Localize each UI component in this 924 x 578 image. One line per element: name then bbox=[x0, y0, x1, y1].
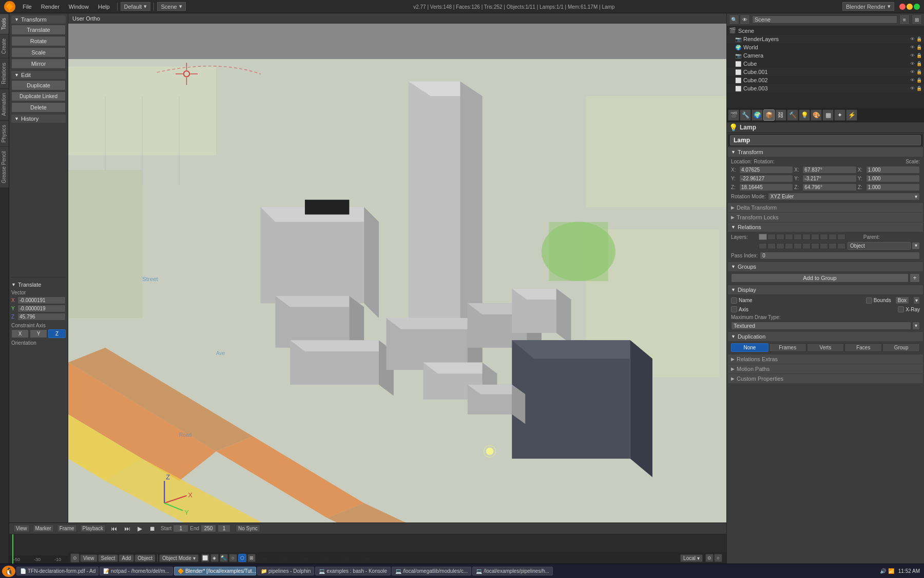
outliner-item-scene[interactable]: 🎬 Scene bbox=[727, 26, 924, 35]
rot-z-field[interactable]: 64.796° bbox=[802, 183, 856, 191]
outliner-item-camera[interactable]: 📷 Camera 👁 🔒 bbox=[727, 51, 924, 60]
layer-16[interactable] bbox=[802, 243, 811, 249]
layer-8[interactable] bbox=[820, 234, 828, 240]
scale-btn[interactable]: Scale bbox=[11, 47, 66, 58]
translate-x[interactable]: -0.0000191 bbox=[17, 296, 66, 304]
parent-btn[interactable]: ▾ bbox=[912, 242, 920, 250]
outliner-tab-2[interactable]: 👁 bbox=[740, 14, 750, 25]
xray-checkbox[interactable] bbox=[898, 306, 904, 312]
loc-x-field[interactable]: 4.07625 bbox=[739, 166, 793, 174]
dup-none-tab[interactable]: None bbox=[731, 343, 768, 352]
prop-tab-world[interactable]: 🌍 bbox=[752, 109, 763, 121]
mode-select[interactable]: Object Mode ▾ bbox=[159, 554, 199, 562]
edit-header[interactable]: ▼ Edit bbox=[11, 71, 66, 79]
scale-x-field[interactable]: 1.000 bbox=[866, 166, 920, 174]
taskbar-item-7[interactable]: 💻/local/examples/pipelines/h... bbox=[472, 567, 553, 575]
delete-btn[interactable]: Delete bbox=[11, 102, 66, 113]
scale-y-field[interactable]: 1.000 bbox=[866, 175, 920, 182]
layout-select[interactable]: Default ▾ bbox=[121, 2, 151, 11]
add-group-icon[interactable]: + bbox=[910, 273, 920, 283]
object-menu-btn[interactable]: Object bbox=[134, 554, 156, 562]
layer-20[interactable] bbox=[837, 243, 845, 249]
history-header[interactable]: ▼ History bbox=[11, 115, 66, 123]
custom-properties-header[interactable]: ▶ Custom Properties bbox=[728, 374, 923, 383]
loc-y-field[interactable]: -22.96127 bbox=[739, 175, 793, 182]
draw-type-select[interactable]: Textured bbox=[731, 322, 911, 330]
tab-physics[interactable]: Physics bbox=[0, 120, 9, 146]
tab-animation[interactable]: Animation bbox=[0, 88, 9, 120]
duplicate-btn[interactable]: Duplicate bbox=[11, 80, 66, 90]
prop-tab-modifier[interactable]: 🔨 bbox=[787, 109, 798, 121]
translate-btn[interactable]: Translate bbox=[11, 25, 66, 35]
layer-9[interactable] bbox=[829, 234, 837, 240]
prop-tab-texture[interactable]: ▦ bbox=[822, 109, 834, 121]
menu-window[interactable]: Window bbox=[65, 3, 93, 11]
prop-tab-render[interactable]: 🎬 bbox=[728, 109, 739, 121]
view-menu-btn[interactable]: View bbox=[80, 554, 98, 562]
outliner-item-cube[interactable]: ⬜ Cube 👁 🔒 bbox=[727, 60, 924, 68]
outliner-item-cube003[interactable]: ⬜ Cube.003 👁 🔒 bbox=[727, 84, 924, 92]
rot-y-field[interactable]: -3.217° bbox=[802, 175, 856, 182]
duplicate-linked-btn[interactable]: Duplicate Linked bbox=[11, 91, 66, 101]
layer-15[interactable] bbox=[794, 243, 802, 249]
vp-icon-4[interactable]: ○ bbox=[229, 554, 237, 562]
dup-verts-tab[interactable]: Verts bbox=[807, 343, 844, 352]
layer-1[interactable] bbox=[759, 234, 767, 240]
rotation-mode-select[interactable]: XYZ Euler▾ bbox=[768, 193, 920, 200]
prop-tab-particles[interactable]: ✦ bbox=[834, 109, 845, 121]
relations-extras-header[interactable]: ▶ Relations Extras bbox=[728, 355, 923, 364]
viewport[interactable]: User Ortho bbox=[68, 13, 726, 564]
outliner-item-cube001[interactable]: ⬜ Cube.001 👁 🔒 bbox=[727, 68, 924, 76]
timeline-view-btn[interactable]: View bbox=[13, 525, 30, 532]
delta-transform-header[interactable]: ▶ Delta Transform bbox=[728, 203, 923, 212]
prop-tab-data[interactable]: 💡 bbox=[799, 109, 810, 121]
layer-10[interactable] bbox=[837, 234, 845, 240]
transform-prop-header[interactable]: ▼ Transform bbox=[728, 147, 923, 157]
no-sync-btn[interactable]: No Sync bbox=[236, 525, 260, 532]
viewport-mode-icon[interactable]: ⊙ bbox=[70, 553, 80, 563]
win-max-btn[interactable] bbox=[914, 4, 920, 10]
dup-frames-tab[interactable]: Frames bbox=[769, 343, 806, 352]
tab-create[interactable]: Create bbox=[0, 34, 9, 58]
prop-tab-constraints[interactable]: ⛓ bbox=[775, 109, 786, 121]
axis-checkbox[interactable] bbox=[731, 306, 737, 312]
layer-17[interactable] bbox=[811, 243, 819, 249]
bounds-type-arrow[interactable]: ▾ bbox=[913, 296, 920, 304]
snap-icon[interactable]: ⊙ bbox=[705, 554, 714, 562]
outliner-item-renderlayers[interactable]: 📷 RenderLayers 👁 🔒 bbox=[727, 35, 924, 43]
outliner-search[interactable]: Scene bbox=[752, 15, 897, 24]
display-header[interactable]: ▼ Display bbox=[728, 285, 923, 294]
motion-paths-header[interactable]: ▶ Motion Paths bbox=[728, 364, 923, 374]
prop-tab-material[interactable]: 🎨 bbox=[811, 109, 822, 121]
menu-render[interactable]: Render bbox=[37, 3, 64, 11]
view-toggle-2[interactable]: ⊞ bbox=[912, 14, 922, 25]
tab-relations[interactable]: Relations bbox=[0, 58, 9, 88]
bounds-checkbox[interactable] bbox=[866, 297, 872, 304]
menu-help[interactable]: Help bbox=[94, 3, 114, 11]
layer-7[interactable] bbox=[811, 234, 819, 240]
dup-group-tab[interactable]: Group bbox=[882, 343, 920, 352]
taskbar-item-4[interactable]: 📁pipelines - Dolphin bbox=[257, 567, 314, 575]
outliner-item-world[interactable]: 🌍 World 👁 🔒 bbox=[727, 43, 924, 51]
prop-tab-physics[interactable]: ⚡ bbox=[846, 109, 857, 121]
relations-header[interactable]: ▼ Relations bbox=[728, 222, 923, 232]
vp-icon-5[interactable]: ⬡ bbox=[238, 554, 246, 562]
tab-tools[interactable]: Tools bbox=[0, 13, 9, 34]
menu-file[interactable]: File bbox=[18, 3, 36, 11]
duplication-header[interactable]: ▼ Duplication bbox=[728, 332, 923, 341]
stop-btn[interactable]: ⏹ bbox=[147, 525, 158, 532]
taskbar-item-1[interactable]: 📄TFN-declaration-form.pdf - Ad bbox=[16, 567, 99, 575]
layer-19[interactable] bbox=[829, 243, 837, 249]
vp-icon-6[interactable]: ⊞ bbox=[247, 554, 256, 562]
layer-2[interactable] bbox=[767, 234, 776, 240]
vp-icon-3[interactable]: 🔦 bbox=[220, 554, 228, 562]
timeline-frame-btn[interactable]: Frame bbox=[57, 525, 77, 532]
play-btn[interactable]: ▶ bbox=[136, 525, 144, 532]
draw-type-arrow[interactable]: ▾ bbox=[912, 322, 920, 330]
proportional-icon[interactable]: ○ bbox=[714, 554, 722, 562]
taskbar-item-3[interactable]: 🔶Blender* [/local/examples/Tut... bbox=[174, 567, 256, 575]
outliner-item-cube002[interactable]: ⬜ Cube.002 👁 🔒 bbox=[727, 76, 924, 84]
taskbar-item-2[interactable]: 📝notpad - /home/to/del/m... bbox=[100, 567, 173, 575]
prop-tab-object[interactable]: 📦 bbox=[763, 109, 775, 121]
layer-13[interactable] bbox=[776, 243, 784, 249]
